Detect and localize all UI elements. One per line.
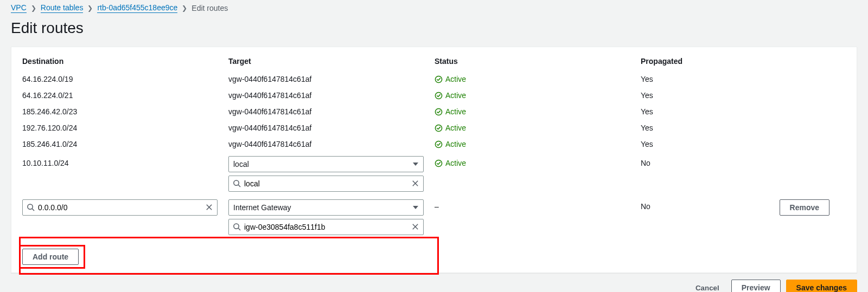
route-destination: 64.16.224.0/21 [22,87,228,103]
svg-point-5 [234,180,239,185]
route-destination: 64.16.224.0/19 [22,71,228,87]
route-destination: 185.246.41.0/24 [22,136,228,152]
chevron-right-icon: ❯ [182,4,187,12]
breadcrumb: VPC ❯ Route tables ❯ rtb-0ad65f455c18ee9… [11,0,857,15]
close-icon[interactable] [411,223,419,231]
close-icon[interactable] [205,203,213,211]
svg-line-6 [238,185,240,187]
route-destination: 185.246.42.0/23 [22,103,228,120]
add-route-button[interactable]: Add route [22,249,79,265]
col-destination: Destination [22,57,228,71]
route-propagated: Yes [641,103,749,120]
close-icon[interactable] [411,179,419,187]
check-circle-icon [435,159,443,167]
page-title: Edit routes [11,20,857,37]
target-search-input[interactable] [228,219,424,235]
breadcrumb-vpc[interactable]: VPC [11,3,27,13]
status-badge: Active [435,140,466,148]
breadcrumb-rtb-id[interactable]: rtb-0ad65f455c18ee9ce [97,3,177,13]
check-circle-icon [435,108,443,116]
route-propagated: Yes [641,87,749,103]
status-badge: Active [435,159,466,167]
col-target: Target [228,57,435,71]
routes-panel: Destination Target Status Propagated 64.… [11,47,857,273]
svg-line-15 [238,228,240,230]
status-badge: Active [435,107,466,116]
route-target: vgw-0440f6147814c61af [228,87,435,103]
remove-button[interactable]: Remove [780,199,829,216]
svg-point-10 [28,204,33,209]
target-select[interactable]: Internet Gateway [228,199,424,216]
footer-actions: Cancel Preview Save changes [11,273,857,292]
check-circle-icon [435,92,443,100]
annotation-highlight [19,237,439,275]
chevron-right-icon: ❯ [31,4,36,12]
route-target: vgw-0440f6147814c61af [228,71,435,87]
route-propagated: Yes [641,136,749,152]
target-search-input[interactable] [228,176,424,192]
cancel-button[interactable]: Cancel [689,284,726,292]
route-target: vgw-0440f6147814c61af [228,136,435,152]
route-target: vgw-0440f6147814c61af [228,120,435,136]
route-propagated: Yes [641,71,749,87]
route-propagated: No [641,152,749,171]
breadcrumb-route-tables[interactable]: Route tables [41,3,84,13]
col-propagated: Propagated [641,57,749,71]
breadcrumb-current: Edit routes [192,4,228,12]
status-badge: Active [435,124,466,132]
search-icon [27,203,35,211]
status-badge: Active [435,91,466,100]
route-status: – [435,196,641,215]
route-propagated: No [641,196,749,215]
destination-input[interactable] [22,199,218,216]
route-propagated: Yes [641,120,749,136]
target-select[interactable]: local [228,156,424,172]
route-destination: 192.76.120.0/24 [22,120,228,136]
check-circle-icon [435,75,443,83]
search-icon [233,223,241,231]
route-destination: 10.10.11.0/24 [22,152,228,171]
chevron-right-icon: ❯ [87,4,93,12]
svg-line-11 [32,209,34,211]
preview-button[interactable]: Preview [731,280,781,292]
route-target: vgw-0440f6147814c61af [228,103,435,120]
col-status: Status [435,57,641,71]
check-circle-icon [435,140,443,148]
status-badge: Active [435,75,466,83]
search-icon [233,179,241,187]
svg-point-14 [234,224,239,229]
check-circle-icon [435,124,443,132]
save-changes-button[interactable]: Save changes [786,280,857,292]
